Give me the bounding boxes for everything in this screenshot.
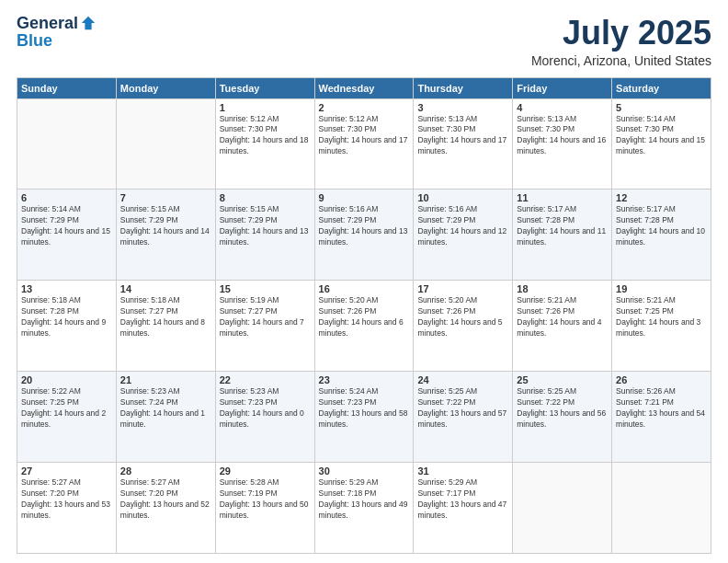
day-number: 28	[120, 465, 211, 477]
logo: General Blue	[17, 15, 97, 51]
calendar-day-cell: 31Sunrise: 5:29 AMSunset: 7:17 PMDayligh…	[414, 463, 513, 554]
day-info: Sunrise: 5:15 AMSunset: 7:29 PMDaylight:…	[220, 204, 311, 248]
weekday-header-monday: Monday	[116, 77, 215, 98]
calendar-day-cell: 6Sunrise: 5:14 AMSunset: 7:29 PMDaylight…	[17, 190, 117, 281]
calendar-day-cell: 16Sunrise: 5:20 AMSunset: 7:26 PMDayligh…	[314, 281, 414, 372]
title-area: July 2025 Morenci, Arizona, United State…	[531, 15, 711, 68]
day-number: 3	[417, 102, 508, 113]
calendar-day-cell: 26Sunrise: 5:26 AMSunset: 7:21 PMDayligh…	[612, 372, 711, 463]
day-number: 21	[120, 374, 211, 385]
day-info: Sunrise: 5:14 AMSunset: 7:30 PMDaylight:…	[616, 114, 707, 158]
weekday-header-wednesday: Wednesday	[314, 77, 414, 98]
logo-icon	[80, 15, 97, 31]
calendar-day-cell: 20Sunrise: 5:22 AMSunset: 7:25 PMDayligh…	[17, 372, 117, 463]
calendar-week-row: 27Sunrise: 5:27 AMSunset: 7:20 PMDayligh…	[17, 463, 711, 554]
weekday-header-thursday: Thursday	[414, 77, 513, 98]
day-info: Sunrise: 5:24 AMSunset: 7:23 PMDaylight:…	[319, 386, 410, 431]
day-number: 20	[21, 374, 112, 385]
calendar-day-cell: 19Sunrise: 5:21 AMSunset: 7:25 PMDayligh…	[612, 281, 711, 372]
calendar-day-cell: 27Sunrise: 5:27 AMSunset: 7:20 PMDayligh…	[17, 463, 117, 554]
day-number: 2	[319, 102, 410, 113]
day-info: Sunrise: 5:17 AMSunset: 7:28 PMDaylight:…	[517, 204, 608, 248]
calendar-day-cell: 8Sunrise: 5:15 AMSunset: 7:29 PMDaylight…	[215, 190, 314, 281]
day-number: 22	[220, 374, 311, 385]
day-info: Sunrise: 5:29 AMSunset: 7:17 PMDaylight:…	[417, 477, 508, 522]
calendar-day-cell: 13Sunrise: 5:18 AMSunset: 7:28 PMDayligh…	[17, 281, 117, 372]
day-number: 19	[616, 283, 707, 294]
day-info: Sunrise: 5:20 AMSunset: 7:26 PMDaylight:…	[319, 295, 410, 339]
day-info: Sunrise: 5:16 AMSunset: 7:29 PMDaylight:…	[319, 204, 410, 248]
day-info: Sunrise: 5:25 AMSunset: 7:22 PMDaylight:…	[517, 386, 608, 431]
day-number: 9	[319, 192, 410, 203]
day-info: Sunrise: 5:20 AMSunset: 7:26 PMDaylight:…	[417, 295, 508, 339]
day-number: 17	[417, 283, 508, 294]
day-number: 14	[120, 283, 211, 294]
calendar-day-cell: 2Sunrise: 5:12 AMSunset: 7:30 PMDaylight…	[314, 98, 414, 190]
calendar-day-cell: 3Sunrise: 5:13 AMSunset: 7:30 PMDaylight…	[414, 98, 513, 190]
calendar-day-cell	[612, 463, 711, 554]
location-title: Morenci, Arizona, United States	[531, 53, 711, 68]
day-info: Sunrise: 5:13 AMSunset: 7:30 PMDaylight:…	[517, 114, 608, 158]
weekday-header-saturday: Saturday	[612, 77, 711, 98]
day-info: Sunrise: 5:12 AMSunset: 7:30 PMDaylight:…	[319, 114, 410, 158]
day-info: Sunrise: 5:23 AMSunset: 7:24 PMDaylight:…	[120, 386, 211, 431]
calendar-day-cell: 5Sunrise: 5:14 AMSunset: 7:30 PMDaylight…	[612, 98, 711, 190]
day-number: 18	[517, 283, 608, 294]
day-info: Sunrise: 5:21 AMSunset: 7:26 PMDaylight:…	[517, 295, 608, 339]
day-info: Sunrise: 5:18 AMSunset: 7:27 PMDaylight:…	[120, 295, 211, 339]
calendar-day-cell: 10Sunrise: 5:16 AMSunset: 7:29 PMDayligh…	[414, 190, 513, 281]
day-number: 6	[21, 192, 112, 203]
day-info: Sunrise: 5:26 AMSunset: 7:21 PMDaylight:…	[616, 386, 707, 431]
day-number: 25	[517, 374, 608, 385]
day-number: 31	[417, 465, 508, 477]
day-info: Sunrise: 5:18 AMSunset: 7:28 PMDaylight:…	[21, 295, 112, 339]
calendar-day-cell: 17Sunrise: 5:20 AMSunset: 7:26 PMDayligh…	[414, 281, 513, 372]
weekday-header-friday: Friday	[513, 77, 612, 98]
calendar-day-cell: 30Sunrise: 5:29 AMSunset: 7:18 PMDayligh…	[314, 463, 414, 554]
day-info: Sunrise: 5:21 AMSunset: 7:25 PMDaylight:…	[616, 295, 707, 339]
day-number: 24	[417, 374, 508, 385]
day-number: 12	[616, 192, 707, 203]
day-number: 10	[417, 192, 508, 203]
day-info: Sunrise: 5:19 AMSunset: 7:27 PMDaylight:…	[220, 295, 311, 339]
day-info: Sunrise: 5:27 AMSunset: 7:20 PMDaylight:…	[21, 477, 112, 522]
calendar-table: SundayMondayTuesdayWednesdayThursdayFrid…	[17, 77, 711, 554]
logo-blue-text: Blue	[17, 31, 52, 50]
day-number: 30	[319, 465, 410, 477]
svg-marker-0	[82, 17, 95, 29]
day-number: 5	[616, 102, 707, 113]
calendar-day-cell	[116, 98, 215, 190]
calendar-day-cell: 22Sunrise: 5:23 AMSunset: 7:23 PMDayligh…	[215, 372, 314, 463]
calendar-day-cell: 23Sunrise: 5:24 AMSunset: 7:23 PMDayligh…	[314, 372, 414, 463]
day-info: Sunrise: 5:25 AMSunset: 7:22 PMDaylight:…	[417, 386, 508, 431]
day-number: 8	[220, 192, 311, 203]
page: General Blue July 2025 Morenci, Arizona,…	[0, 0, 728, 563]
header: General Blue July 2025 Morenci, Arizona,…	[17, 15, 711, 68]
day-number: 29	[220, 465, 311, 477]
calendar-day-cell: 28Sunrise: 5:27 AMSunset: 7:20 PMDayligh…	[116, 463, 215, 554]
day-info: Sunrise: 5:29 AMSunset: 7:18 PMDaylight:…	[319, 477, 410, 522]
day-number: 1	[220, 102, 311, 113]
day-info: Sunrise: 5:17 AMSunset: 7:28 PMDaylight:…	[616, 204, 707, 248]
day-info: Sunrise: 5:12 AMSunset: 7:30 PMDaylight:…	[220, 114, 311, 158]
day-number: 4	[517, 102, 608, 113]
day-info: Sunrise: 5:28 AMSunset: 7:19 PMDaylight:…	[220, 477, 311, 522]
calendar-day-cell: 4Sunrise: 5:13 AMSunset: 7:30 PMDaylight…	[513, 98, 612, 190]
calendar-day-cell: 14Sunrise: 5:18 AMSunset: 7:27 PMDayligh…	[116, 281, 215, 372]
calendar-week-row: 13Sunrise: 5:18 AMSunset: 7:28 PMDayligh…	[17, 281, 711, 372]
calendar-week-row: 6Sunrise: 5:14 AMSunset: 7:29 PMDaylight…	[17, 190, 711, 281]
calendar-day-cell: 15Sunrise: 5:19 AMSunset: 7:27 PMDayligh…	[215, 281, 314, 372]
calendar-day-cell: 24Sunrise: 5:25 AMSunset: 7:22 PMDayligh…	[414, 372, 513, 463]
month-title: July 2025	[531, 15, 711, 52]
day-info: Sunrise: 5:15 AMSunset: 7:29 PMDaylight:…	[120, 204, 211, 248]
weekday-header-row: SundayMondayTuesdayWednesdayThursdayFrid…	[17, 77, 711, 98]
calendar-day-cell: 7Sunrise: 5:15 AMSunset: 7:29 PMDaylight…	[116, 190, 215, 281]
day-number: 27	[21, 465, 112, 477]
day-number: 15	[220, 283, 311, 294]
day-info: Sunrise: 5:16 AMSunset: 7:29 PMDaylight:…	[417, 204, 508, 248]
day-number: 7	[120, 192, 211, 203]
calendar-day-cell: 29Sunrise: 5:28 AMSunset: 7:19 PMDayligh…	[215, 463, 314, 554]
calendar-week-row: 1Sunrise: 5:12 AMSunset: 7:30 PMDaylight…	[17, 98, 711, 190]
calendar-day-cell: 12Sunrise: 5:17 AMSunset: 7:28 PMDayligh…	[612, 190, 711, 281]
calendar-day-cell: 11Sunrise: 5:17 AMSunset: 7:28 PMDayligh…	[513, 190, 612, 281]
